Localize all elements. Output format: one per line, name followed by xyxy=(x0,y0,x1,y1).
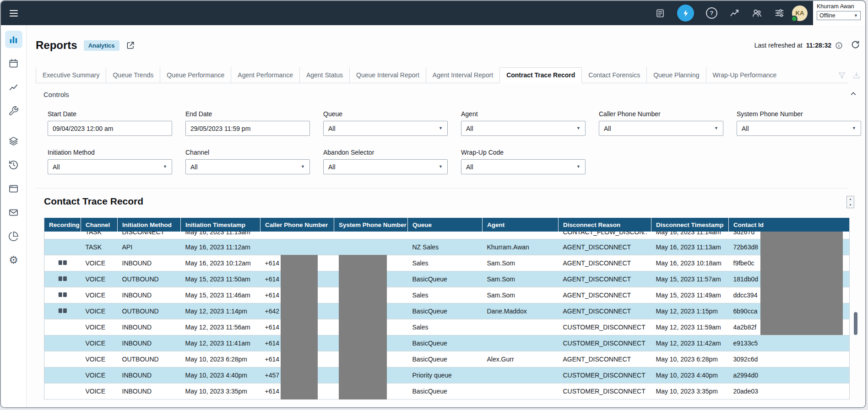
cell-recording xyxy=(44,383,81,399)
filter-select-value: All xyxy=(328,163,336,171)
column-header-disconnect-reason[interactable]: Disconnect Reason xyxy=(559,218,651,232)
sidebar-item-history[interactable] xyxy=(5,156,22,173)
metrics-button[interactable] xyxy=(729,8,740,18)
filter-input-end-date[interactable] xyxy=(185,121,310,136)
cell-contact-id: a2994d0 xyxy=(729,367,850,383)
sidebar-item-schedule[interactable] xyxy=(5,54,22,72)
refresh-icon xyxy=(851,40,860,49)
cell-queue: Sales xyxy=(408,255,483,271)
cell-contact-id: 3092c6d xyxy=(729,351,850,367)
tab-contact-forensics[interactable]: Contact Forensics xyxy=(582,67,646,83)
chevron-down-icon: ▼ xyxy=(163,165,167,169)
filter-button[interactable] xyxy=(837,71,846,80)
external-link-icon xyxy=(126,41,135,50)
settings-button[interactable] xyxy=(774,8,785,18)
column-header-contact-id[interactable]: Contact Id xyxy=(729,218,850,232)
column-header-caller-phone-number[interactable]: Caller Phone Number xyxy=(260,218,334,232)
column-header-recording[interactable]: Recording xyxy=(44,218,81,232)
filter-input-start-date[interactable] xyxy=(48,121,172,136)
tab-agent-status[interactable]: Agent Status xyxy=(299,67,349,83)
sidebar-item-reports[interactable] xyxy=(5,31,22,48)
table-row[interactable]: VOICEOUTBOUNDMay 12, 2023 1:14pm+642+612… xyxy=(44,303,850,319)
tab-agent-performance[interactable]: Agent Performance xyxy=(231,67,299,83)
info-icon[interactable] xyxy=(835,42,843,49)
filter-select-channel[interactable]: All▼ xyxy=(185,159,310,174)
sidebar-item-messages[interactable] xyxy=(5,204,22,221)
tab-queue-planning[interactable]: Queue Planning xyxy=(646,67,705,83)
filter-select-agent[interactable]: All▼ xyxy=(461,121,586,136)
agents-button[interactable] xyxy=(752,8,762,18)
table-row[interactable]: VOICEINBOUNDMay 16, 2023 10:12am+614+612… xyxy=(44,255,850,271)
table-row[interactable]: VOICEOUTBOUNDMay 10, 2023 6:28pm+614+612… xyxy=(44,351,850,367)
page-title: Reports xyxy=(36,39,77,52)
tab-agent-interval-report[interactable]: Agent Interval Report xyxy=(426,67,499,83)
cell-initiation-method: OUTBOUND xyxy=(118,351,181,367)
filter-select-caller-phone-number[interactable]: All▼ xyxy=(599,121,723,136)
topbar-actions: ? xyxy=(655,5,785,22)
cell-queue: BasicQueue xyxy=(408,351,483,367)
feedback-button[interactable] xyxy=(655,8,665,18)
filter-select-queue[interactable]: All▼ xyxy=(323,121,448,136)
recording-icon[interactable] xyxy=(58,308,67,313)
cell-disconnect-reason: CUSTOMER_DISCONNECT xyxy=(559,383,651,399)
help-button[interactable]: ? xyxy=(706,7,717,19)
chevron-down-icon: ▼ xyxy=(301,165,305,169)
cell-channel: VOICE xyxy=(81,287,118,303)
column-header-agent[interactable]: Agent xyxy=(483,218,559,232)
filter-select-abandon-selector[interactable]: All▼ xyxy=(323,159,448,174)
table-row[interactable]: VOICEINBOUNDMay 15, 2023 11:46am+614+612… xyxy=(44,287,850,303)
table-row[interactable]: TASKAPIMay 16, 2023 11:12amNZ SalesKhurr… xyxy=(44,239,850,255)
quick-actions-button[interactable] xyxy=(677,5,694,22)
table-row[interactable]: TASKDISCONNECTMay 16, 2023 11:13amCONTAC… xyxy=(44,232,850,239)
table-row[interactable]: VOICEINBOUNDMay 10, 2023 3:35pm+614+612B… xyxy=(44,383,850,399)
table-section: Contact Trace Record ▲ ▼ Recordi xyxy=(36,188,848,399)
tab-contract-trace-record[interactable]: Contract Trace Record xyxy=(499,67,582,83)
sidebar-item-analytics[interactable] xyxy=(5,227,22,245)
cell-initiation-method: INBOUND xyxy=(118,383,181,399)
recording-icon[interactable] xyxy=(58,292,67,297)
sidebar-item-tools[interactable] xyxy=(5,102,22,119)
sidebar-item-trends[interactable] xyxy=(5,78,22,96)
scroll-down-button[interactable]: ▼ xyxy=(847,202,854,208)
table-row[interactable]: VOICEINBOUNDMay 12, 2023 11:41am+614+612… xyxy=(44,335,850,351)
collapse-controls-button[interactable] xyxy=(849,90,857,98)
tab-queue-trends[interactable]: Queue Trends xyxy=(106,67,160,83)
cell-recording xyxy=(44,335,81,351)
filter-select-initiation-method[interactable]: All▼ xyxy=(48,159,172,174)
filter-label: Channel xyxy=(185,149,310,156)
sidebar-item-queues[interactable] xyxy=(5,132,22,150)
recording-icon[interactable] xyxy=(58,260,67,265)
filter-select-system-phone-number[interactable]: All▼ xyxy=(737,121,861,136)
column-header-disconnect-timestamp[interactable]: Disconnect Timestamp xyxy=(651,218,729,232)
filter-end-date: End Date xyxy=(185,110,310,136)
refresh-button[interactable] xyxy=(851,40,860,49)
cell-initiation-timestamp: May 12, 2023 11:41am xyxy=(181,335,260,351)
filter-select-wrap-up-code[interactable]: All▼ xyxy=(461,159,586,174)
scroll-up-button[interactable]: ▲ xyxy=(847,196,854,202)
hamburger-menu-button[interactable] xyxy=(8,8,19,19)
tab-wrap-up-performance[interactable]: Wrap-Up Performance xyxy=(706,67,783,83)
tab-queue-performance[interactable]: Queue Performance xyxy=(160,67,231,83)
sidebar-item-workspaces[interactable] xyxy=(5,180,22,197)
column-header-queue[interactable]: Queue xyxy=(408,218,483,232)
cell-disconnect-reason: AGENT_DISCONNECT xyxy=(559,287,651,303)
top-bar: ? KA Khurram Awan xyxy=(1,1,865,25)
column-header-initiation-timestamp[interactable]: Initiation Timestamp xyxy=(181,218,260,232)
open-in-new-window-button[interactable] xyxy=(126,41,135,50)
table-scrollbar-thumb[interactable] xyxy=(854,312,857,335)
avatar[interactable]: KA xyxy=(792,5,808,21)
table-row[interactable]: VOICEOUTBOUNDMay 15, 2023 11:50am+614+61… xyxy=(44,271,850,287)
column-header-system-phone-number[interactable]: System Phone Number xyxy=(334,218,408,232)
filter-queue: QueueAll▼ xyxy=(323,110,448,136)
cell-agent: Sam.Som xyxy=(483,271,559,287)
tab-queue-interval-report[interactable]: Queue Interval Report xyxy=(349,67,426,83)
sidebar-item-settings[interactable]: ⚙ xyxy=(5,251,22,269)
column-header-channel[interactable]: Channel xyxy=(81,218,118,232)
table-row[interactable]: VOICEINBOUNDMay 10, 2023 4:40pm+457+612P… xyxy=(44,367,850,383)
table-row[interactable]: VOICEINBOUNDMay 12, 2023 11:56am+614+612… xyxy=(44,319,850,335)
recording-icon[interactable] xyxy=(58,276,67,281)
tab-executive-summary[interactable]: Executive Summary xyxy=(36,67,106,83)
column-header-initiation-method[interactable]: Initiation Method xyxy=(118,218,181,232)
download-button[interactable] xyxy=(852,71,861,80)
agent-status-select[interactable]: Offline ▼ xyxy=(817,11,861,20)
